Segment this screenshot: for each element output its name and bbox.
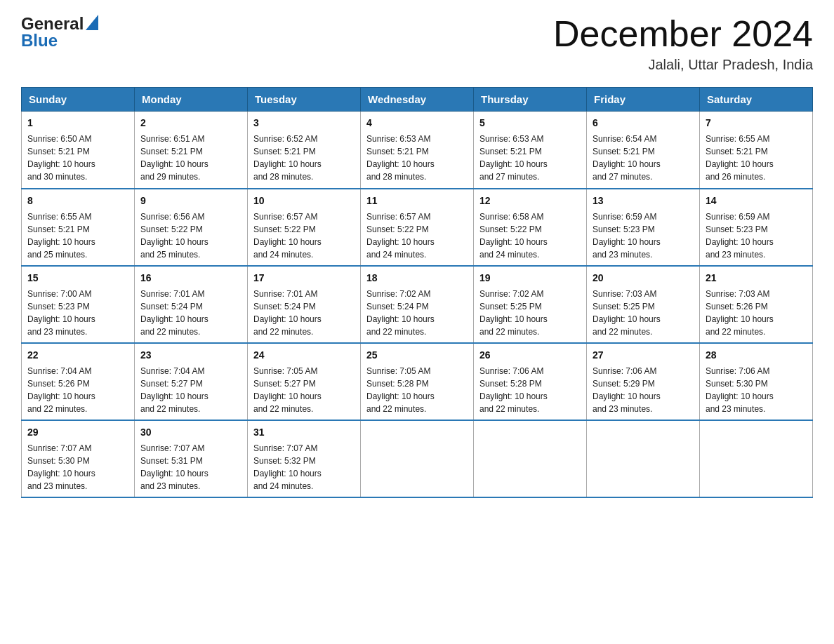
day-number: 28 xyxy=(706,348,807,363)
day-number: 13 xyxy=(593,194,694,208)
day-info: Sunrise: 6:53 AMSunset: 5:21 PMDaylight:… xyxy=(479,133,581,183)
day-info: Sunrise: 7:04 AMSunset: 5:26 PMDaylight:… xyxy=(27,365,128,415)
weekday-header-sunday: Sunday xyxy=(22,88,135,112)
day-number: 31 xyxy=(253,425,355,440)
day-info: Sunrise: 7:04 AMSunset: 5:27 PMDaylight:… xyxy=(140,365,241,415)
day-number: 2 xyxy=(140,116,241,130)
day-number: 9 xyxy=(140,194,241,208)
calendar-day-cell: 28Sunrise: 7:06 AMSunset: 5:30 PMDayligh… xyxy=(700,343,813,420)
calendar-week-row: 8Sunrise: 6:55 AMSunset: 5:21 PMDaylight… xyxy=(22,189,813,266)
calendar-day-cell: 25Sunrise: 7:05 AMSunset: 5:28 PMDayligh… xyxy=(361,343,474,420)
day-info: Sunrise: 7:01 AMSunset: 5:24 PMDaylight:… xyxy=(140,288,241,338)
day-info: Sunrise: 6:57 AMSunset: 5:22 PMDaylight:… xyxy=(366,210,468,261)
calendar-day-cell: 11Sunrise: 6:57 AMSunset: 5:22 PMDayligh… xyxy=(361,189,474,266)
day-info: Sunrise: 6:59 AMSunset: 5:23 PMDaylight:… xyxy=(593,210,694,261)
calendar-day-cell: 29Sunrise: 7:07 AMSunset: 5:30 PMDayligh… xyxy=(22,420,135,497)
day-number: 24 xyxy=(253,348,355,363)
day-number: 23 xyxy=(140,348,241,363)
weekday-header-monday: Monday xyxy=(135,88,248,112)
day-number: 1 xyxy=(27,116,128,130)
day-number: 8 xyxy=(27,194,128,208)
weekday-header-thursday: Thursday xyxy=(474,88,587,112)
day-number: 3 xyxy=(253,116,355,130)
logo-blue-text: Blue xyxy=(21,31,58,51)
day-number: 18 xyxy=(366,271,468,286)
calendar-day-cell: 20Sunrise: 7:03 AMSunset: 5:25 PMDayligh… xyxy=(587,266,700,343)
calendar-day-cell: 10Sunrise: 6:57 AMSunset: 5:22 PMDayligh… xyxy=(248,189,361,266)
day-info: Sunrise: 6:50 AMSunset: 5:21 PMDaylight:… xyxy=(27,133,128,183)
day-number: 27 xyxy=(593,348,694,363)
day-number: 22 xyxy=(27,348,128,363)
day-info: Sunrise: 6:51 AMSunset: 5:21 PMDaylight:… xyxy=(140,133,241,183)
day-info: Sunrise: 6:54 AMSunset: 5:21 PMDaylight:… xyxy=(593,133,694,183)
calendar-day-cell: 19Sunrise: 7:02 AMSunset: 5:25 PMDayligh… xyxy=(474,266,587,343)
day-info: Sunrise: 7:00 AMSunset: 5:23 PMDaylight:… xyxy=(27,288,128,338)
logo-triangle-icon xyxy=(86,15,98,33)
page-header: General Blue December 2024 Jalali, Uttar… xyxy=(21,14,813,73)
calendar-day-cell: 17Sunrise: 7:01 AMSunset: 5:24 PMDayligh… xyxy=(248,266,361,343)
day-number: 30 xyxy=(140,425,241,440)
calendar-empty-cell xyxy=(474,420,587,497)
calendar-day-cell: 15Sunrise: 7:00 AMSunset: 5:23 PMDayligh… xyxy=(22,266,135,343)
calendar-day-cell: 5Sunrise: 6:53 AMSunset: 5:21 PMDaylight… xyxy=(474,112,587,189)
weekday-header-tuesday: Tuesday xyxy=(248,88,361,112)
day-info: Sunrise: 7:06 AMSunset: 5:29 PMDaylight:… xyxy=(593,365,694,415)
day-number: 6 xyxy=(593,116,694,130)
day-info: Sunrise: 7:05 AMSunset: 5:28 PMDaylight:… xyxy=(366,365,468,415)
day-number: 15 xyxy=(27,271,128,286)
calendar-day-cell: 7Sunrise: 6:55 AMSunset: 5:21 PMDaylight… xyxy=(700,112,813,189)
day-info: Sunrise: 6:53 AMSunset: 5:21 PMDaylight:… xyxy=(366,133,468,183)
calendar-day-cell: 18Sunrise: 7:02 AMSunset: 5:24 PMDayligh… xyxy=(361,266,474,343)
calendar-week-row: 15Sunrise: 7:00 AMSunset: 5:23 PMDayligh… xyxy=(22,266,813,343)
calendar-day-cell: 24Sunrise: 7:05 AMSunset: 5:27 PMDayligh… xyxy=(248,343,361,420)
calendar-day-cell: 23Sunrise: 7:04 AMSunset: 5:27 PMDayligh… xyxy=(135,343,248,420)
day-info: Sunrise: 6:55 AMSunset: 5:21 PMDaylight:… xyxy=(27,210,128,261)
day-number: 5 xyxy=(479,116,581,130)
location-title: Jalali, Uttar Pradesh, India xyxy=(553,57,813,73)
day-info: Sunrise: 7:07 AMSunset: 5:31 PMDaylight:… xyxy=(140,442,241,492)
calendar-day-cell: 16Sunrise: 7:01 AMSunset: 5:24 PMDayligh… xyxy=(135,266,248,343)
day-number: 17 xyxy=(253,271,355,286)
calendar-day-cell: 8Sunrise: 6:55 AMSunset: 5:21 PMDaylight… xyxy=(22,189,135,266)
day-number: 7 xyxy=(706,116,807,130)
day-info: Sunrise: 6:56 AMSunset: 5:22 PMDaylight:… xyxy=(140,210,241,261)
day-number: 26 xyxy=(479,348,581,363)
calendar-day-cell: 30Sunrise: 7:07 AMSunset: 5:31 PMDayligh… xyxy=(135,420,248,497)
day-number: 12 xyxy=(479,194,581,208)
weekday-header-saturday: Saturday xyxy=(700,88,813,112)
day-info: Sunrise: 7:06 AMSunset: 5:30 PMDaylight:… xyxy=(706,365,807,415)
calendar-day-cell: 3Sunrise: 6:52 AMSunset: 5:21 PMDaylight… xyxy=(248,112,361,189)
day-info: Sunrise: 6:55 AMSunset: 5:21 PMDaylight:… xyxy=(706,133,807,183)
weekday-header-wednesday: Wednesday xyxy=(361,88,474,112)
day-info: Sunrise: 7:03 AMSunset: 5:25 PMDaylight:… xyxy=(593,288,694,338)
calendar-week-row: 22Sunrise: 7:04 AMSunset: 5:26 PMDayligh… xyxy=(22,343,813,420)
calendar-empty-cell xyxy=(587,420,700,497)
calendar-empty-cell xyxy=(361,420,474,497)
day-number: 16 xyxy=(140,271,241,286)
day-info: Sunrise: 6:57 AMSunset: 5:22 PMDaylight:… xyxy=(253,210,355,261)
calendar-week-row: 29Sunrise: 7:07 AMSunset: 5:30 PMDayligh… xyxy=(22,420,813,497)
day-info: Sunrise: 7:07 AMSunset: 5:30 PMDaylight:… xyxy=(27,442,128,492)
calendar-day-cell: 21Sunrise: 7:03 AMSunset: 5:26 PMDayligh… xyxy=(700,266,813,343)
calendar-day-cell: 13Sunrise: 6:59 AMSunset: 5:23 PMDayligh… xyxy=(587,189,700,266)
calendar-empty-cell xyxy=(700,420,813,497)
day-number: 29 xyxy=(27,425,128,440)
calendar-day-cell: 31Sunrise: 7:07 AMSunset: 5:32 PMDayligh… xyxy=(248,420,361,497)
calendar-week-row: 1Sunrise: 6:50 AMSunset: 5:21 PMDaylight… xyxy=(22,112,813,189)
day-info: Sunrise: 7:02 AMSunset: 5:24 PMDaylight:… xyxy=(366,288,468,338)
svg-marker-0 xyxy=(86,15,98,30)
calendar-day-cell: 1Sunrise: 6:50 AMSunset: 5:21 PMDaylight… xyxy=(22,112,135,189)
calendar-day-cell: 12Sunrise: 6:58 AMSunset: 5:22 PMDayligh… xyxy=(474,189,587,266)
day-number: 10 xyxy=(253,194,355,208)
day-info: Sunrise: 6:59 AMSunset: 5:23 PMDaylight:… xyxy=(706,210,807,261)
day-number: 14 xyxy=(706,194,807,208)
logo-area: General Blue xyxy=(21,14,98,51)
calendar-day-cell: 27Sunrise: 7:06 AMSunset: 5:29 PMDayligh… xyxy=(587,343,700,420)
day-number: 25 xyxy=(366,348,468,363)
calendar-table: SundayMondayTuesdayWednesdayThursdayFrid… xyxy=(21,87,813,498)
day-number: 4 xyxy=(366,116,468,130)
day-info: Sunrise: 7:07 AMSunset: 5:32 PMDaylight:… xyxy=(253,442,355,492)
calendar-day-cell: 9Sunrise: 6:56 AMSunset: 5:22 PMDaylight… xyxy=(135,189,248,266)
day-number: 19 xyxy=(479,271,581,286)
day-info: Sunrise: 6:58 AMSunset: 5:22 PMDaylight:… xyxy=(479,210,581,261)
